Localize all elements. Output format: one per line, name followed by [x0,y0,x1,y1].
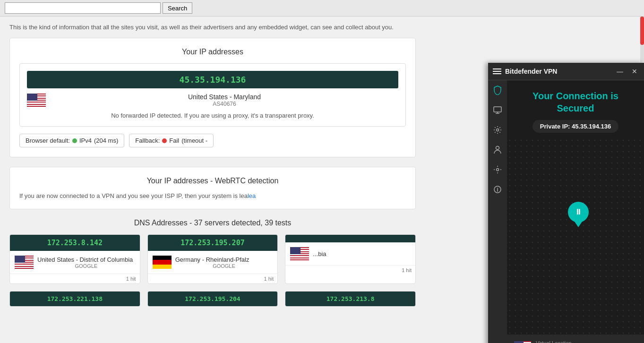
dns-isp-2: GOOGLE [175,263,273,269]
vpn-private-ip-label: Private IP: [540,123,570,130]
dns-info-2: Germany - Rheinland-Pfalz GOOGLE [148,251,278,274]
scrollbar-thumb[interactable] [640,17,644,45]
hamburger-line-2 [493,71,501,72]
vpn-map-dots [507,137,644,334]
vpn-virtual-label: Virtual Location [536,340,630,343]
vpn-map-area: ⏸ [507,137,644,334]
top-search-bar: Search [0,0,644,17]
hamburger-line-1 [493,69,501,69]
dns-grid-row2: 172.253.221.138 172.253.195.204 172.253.… [9,291,416,307]
vpn-titlebar-left: Bitdefender VPN [493,68,557,75]
svg-point-1 [497,129,499,131]
ip-card-title: Your IP addresses [19,48,406,56]
vpn-info-icon[interactable] [492,184,503,195]
vpn-location-pin: ⏸ [568,202,589,223]
dns-location-1: United States - District of Columbia GOO… [37,256,135,269]
dns-ip-4: 172.253.221.138 [10,292,140,306]
ip-location-row: United States - Maryland AS40676 [27,93,398,107]
webrtc-card: Your IP addresses - WebRTC detection If … [9,167,416,209]
dns-ip-1: 172.253.8.142 [10,235,140,251]
vpn-private-ip-value: 45.35.194.136 [572,123,611,130]
vpn-titlebar: Bitdefender VPN — ✕ [488,63,644,80]
dns-location-2: Germany - Rheinland-Pfalz GOOGLE [175,256,273,269]
ipv4-green-dot [72,138,77,143]
vpn-title: Bitdefender VPN [505,68,557,75]
dns-location-3: ...bia [313,250,411,257]
dns-card-6: 172.253.213.8 [285,291,416,307]
ipv4-badge: Browser default: IPv4 (204 ms) [19,134,124,147]
dns-section: DNS Addresses - 37 servers detected, 39 … [9,219,416,307]
ip-box: 45.35.194.136 United States - Maryland A… [19,63,406,127]
vpn-shield-icon[interactable] [492,85,503,95]
ipv4-ms: (204 ms) [94,137,118,144]
dns-hits-2: 1 hit [148,274,278,283]
dns-hits-3: 1 hit [285,265,415,275]
dns-flag-3 [290,247,309,260]
dns-country-2: Germany - Rheinland-Pfalz [175,256,273,263]
vpn-layout: Your Connection isSecured Private IP: 45… [488,80,644,343]
vpn-user-icon[interactable] [492,145,503,155]
vpn-monitor-icon[interactable] [492,105,503,115]
vpn-location-bar[interactable]: Virtual Location United States › [507,334,644,343]
vpn-minimize-button[interactable]: — [615,67,625,76]
dns-ip-5: 172.253.195.204 [148,292,278,306]
dns-ip-3 [285,235,415,242]
fail-label: Fail [169,137,179,144]
webrtc-text: If you are now connected to a VPN and yo… [19,192,406,199]
location-name: United States - Maryland [51,93,398,101]
dns-card-4: 172.253.221.138 [9,291,140,307]
vpn-settings-icon[interactable] [492,164,503,175]
search-input[interactable] [5,2,161,14]
main-content: This is the kind of information that all… [0,17,425,342]
vpn-private-ip-badge: Private IP: 45.35.194.136 [532,120,618,133]
fallback-label: Fallback: [135,137,160,144]
vpn-pause-icon: ⏸ [575,208,582,216]
dns-ip-2: 172.253.195.207 [148,235,278,251]
dns-country-1: United States - District of Columbia [37,256,135,263]
webrtc-link[interactable]: lea [248,192,256,199]
location-asn: AS40676 [51,101,398,107]
dns-country-3: ...bia [313,250,411,257]
dns-card-3: ...bia 1 hit [285,234,416,284]
protocol-row: Browser default: IPv4 (204 ms) Fallback:… [19,134,406,147]
vpn-pin-circle: ⏸ [568,202,589,223]
vpn-location-info: Virtual Location United States [536,340,630,343]
fail-red-dot [162,138,167,143]
vpn-close-button[interactable]: ✕ [630,67,639,76]
svg-rect-0 [494,107,501,112]
webrtc-title: Your IP addresses - WebRTC detection [19,177,406,185]
search-button[interactable]: Search [163,2,192,14]
ip-address-display: 45.35.194.136 [27,71,398,88]
us-flag-icon [27,94,46,107]
no-forward-text: No forwarded IP detected. If you are usi… [27,112,398,119]
vpn-main-panel: Your Connection isSecured Private IP: 45… [507,80,644,343]
svg-point-2 [496,146,499,150]
dns-grid: 172.253.8.142 United States - District o… [9,234,416,284]
dns-info-1: United States - District of Columbia GOO… [10,251,140,274]
dns-isp-1: GOOGLE [37,263,135,269]
dns-flag-2 [153,256,172,269]
dns-flag-1 [15,256,34,269]
vpn-gear-icon[interactable] [492,125,503,135]
dns-info-3: ...bia [285,242,415,265]
dns-hits-1: 1 hit [10,274,140,283]
browser-default-label: Browser default: [26,137,70,144]
hamburger-line-3 [493,73,501,74]
dns-card-2: 172.253.195.207 Germany - Rheinland-Pfal… [147,234,278,284]
vpn-panel: Bitdefender VPN — ✕ [488,63,644,343]
info-text: This is the kind of information that all… [9,24,416,31]
fail-detail: (timeout - [181,137,207,144]
svg-point-3 [497,169,499,171]
dns-title: DNS Addresses - 37 servers detected, 39 … [9,219,416,227]
dns-card-5: 172.253.195.204 [147,291,278,307]
ipv4-label: IPv4 [79,137,92,144]
ip-card: Your IP addresses 45.35.194.136 United S… [9,38,416,157]
dns-card-1: 172.253.8.142 United States - District o… [9,234,140,284]
hamburger-menu-icon[interactable] [493,69,501,74]
vpn-status-area: Your Connection isSecured Private IP: 45… [507,80,644,137]
vpn-sidebar [488,80,507,343]
vpn-secured-title: Your Connection isSecured [514,90,637,114]
dns-ip-6: 172.253.213.8 [285,292,415,306]
vpn-location-flag [514,341,531,343]
vpn-titlebar-right: — ✕ [615,67,639,76]
